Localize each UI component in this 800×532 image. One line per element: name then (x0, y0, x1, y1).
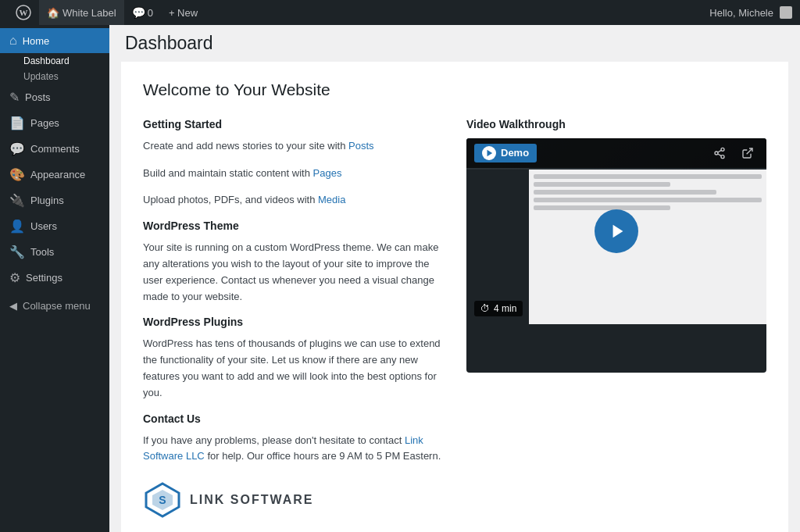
collapse-label: Collapse menu (23, 300, 91, 312)
appearance-label: Appearance (30, 169, 85, 180)
sidebar-item-posts[interactable]: ✎ Posts (0, 84, 109, 110)
getting-started-line3: Upload photos, PDFs, and videos with Med… (143, 192, 443, 209)
page-header: Dashboard (109, 25, 800, 62)
posts-link[interactable]: Posts (348, 140, 374, 152)
svg-point-8 (721, 155, 724, 159)
user-greeting: Hello, Michele (709, 7, 773, 19)
content-area: Welcome to Your Website Getting Started … (121, 62, 788, 532)
plugins-icon: 🔌 (9, 193, 25, 208)
mock-bar-4 (534, 198, 762, 202)
tools-icon: 🔧 (9, 245, 25, 259)
comments-label: Comments (30, 143, 80, 155)
logo-text: LINK SOFTWARE (190, 493, 313, 507)
plugins-heading: WordPress Plugins (143, 316, 443, 328)
sidebar-item-users[interactable]: 👤 Users (0, 213, 109, 239)
svg-line-10 (718, 150, 722, 152)
mock-bar-2 (534, 182, 670, 187)
sidebar-item-home[interactable]: ⌂ Home (0, 28, 109, 53)
video-toolbar: Demo (466, 138, 766, 168)
logo-text-label: LINK SOFTWARE (190, 493, 313, 506)
svg-text:W: W (20, 8, 28, 17)
video-heading: Video Walkthrough (466, 118, 766, 130)
media-link[interactable]: Media (318, 194, 345, 205)
right-column: Video Walkthrough (466, 118, 766, 520)
admin-bar-wp-logo[interactable]: W (8, 0, 39, 25)
svg-line-11 (747, 148, 752, 154)
admin-bar-site[interactable]: 🏠 White Label (39, 0, 124, 25)
posts-icon: ✎ (9, 90, 20, 105)
demo-label: Demo (501, 147, 529, 159)
appearance-icon: 🎨 (9, 167, 25, 182)
comments-icon: 💬 (9, 141, 25, 156)
svg-point-6 (721, 148, 724, 151)
clock-icon: ⏱ (480, 303, 490, 314)
comment-count: 0 (148, 7, 153, 19)
duration-label: 4 min (494, 303, 516, 314)
user-avatar (780, 6, 792, 19)
sidebar-sub-updates[interactable]: Updates (0, 69, 109, 84)
getting-started-line2: Build and maintain static content with P… (143, 166, 443, 182)
main-content: Dashboard Welcome to Your Website Gettin… (109, 25, 800, 532)
pages-link[interactable]: Pages (313, 167, 342, 179)
sidebar: ⌂ Home Dashboard Updates ✎ Posts 📄 Pages… (0, 25, 109, 532)
sidebar-item-tools[interactable]: 🔧 Tools (0, 239, 109, 265)
mock-bar-1 (534, 174, 762, 179)
sidebar-item-settings[interactable]: ⚙ Settings (0, 265, 109, 291)
users-icon: 👤 (9, 219, 25, 234)
video-player[interactable]: Demo (466, 138, 766, 324)
settings-label: Settings (26, 272, 62, 284)
sidebar-item-pages[interactable]: 📄 Pages (0, 110, 109, 136)
demo-badge: Demo (474, 144, 537, 162)
mock-bar-3 (534, 190, 716, 195)
sidebar-sub-dashboard[interactable]: Dashboard (0, 53, 109, 69)
svg-marker-12 (613, 225, 623, 238)
welcome-title: Welcome to Your Website (143, 80, 766, 99)
sidebar-item-plugins[interactable]: 🔌 Plugins (0, 187, 109, 213)
video-toolbar-actions (709, 142, 759, 164)
page-title: Dashboard (125, 32, 784, 55)
mock-bar-5 (534, 205, 670, 210)
sidebar-item-comments[interactable]: 💬 Comments (0, 136, 109, 162)
line2-pre: Build and maintain static content with (143, 167, 313, 179)
link-software-logo: S (143, 480, 182, 520)
sidebar-item-appearance[interactable]: 🎨 Appearance (0, 162, 109, 187)
share-button[interactable] (709, 142, 730, 164)
pages-icon: 📄 (9, 116, 25, 130)
posts-label: Posts (25, 91, 51, 103)
wordpress-plugins-section: WordPress Plugins WordPress has tens of … (143, 316, 443, 401)
contact-heading: Contact Us (143, 412, 443, 425)
admin-bar-comments[interactable]: 💬 0 (124, 0, 161, 25)
updates-label: Updates (23, 71, 59, 82)
site-name-label: White Label (62, 7, 116, 19)
home-icon: ⌂ (9, 34, 17, 48)
getting-started-section: Getting Started Create and add news stor… (143, 118, 443, 209)
logo-area: S LINK SOFTWARE (143, 480, 443, 520)
admin-bar-new[interactable]: + New (161, 0, 205, 25)
pages-label: Pages (30, 117, 59, 129)
collapse-icon: ◀ (9, 300, 17, 312)
demo-icon (482, 146, 496, 160)
play-button[interactable] (595, 209, 638, 253)
admin-bar: W 🏠 White Label 💬 0 + New Hello, Michele (0, 0, 800, 25)
contact-section: Contact Us If you have any problems, ple… (143, 412, 443, 466)
mock-main (529, 170, 766, 324)
getting-started-line1: Create and add news stories to your site… (143, 138, 443, 155)
plugins-text: WordPress has tens of thousands of plugi… (143, 336, 443, 401)
settings-icon: ⚙ (9, 270, 20, 285)
new-label: + New (169, 7, 198, 19)
admin-bar-user[interactable]: Hello, Michele (709, 6, 792, 19)
svg-text:S: S (159, 494, 166, 506)
contact-pre: If you have any problems, please don't h… (143, 434, 405, 446)
svg-line-9 (718, 154, 722, 156)
contact-post: for help. Our office hours are 9 AM to 5… (205, 450, 441, 462)
comment-icon: 💬 (132, 6, 145, 19)
left-column: Getting Started Create and add news stor… (143, 118, 443, 520)
external-link-button[interactable] (737, 142, 759, 164)
contact-text: If you have any problems, please don't h… (143, 433, 443, 466)
svg-marker-5 (488, 150, 493, 156)
getting-started-heading: Getting Started (143, 118, 443, 130)
plugins-label: Plugins (30, 195, 64, 206)
site-name-icon: 🏠 (47, 7, 59, 19)
sidebar-collapse-menu[interactable]: ◀ Collapse menu (0, 294, 109, 318)
video-duration: ⏱ 4 min (474, 301, 523, 316)
